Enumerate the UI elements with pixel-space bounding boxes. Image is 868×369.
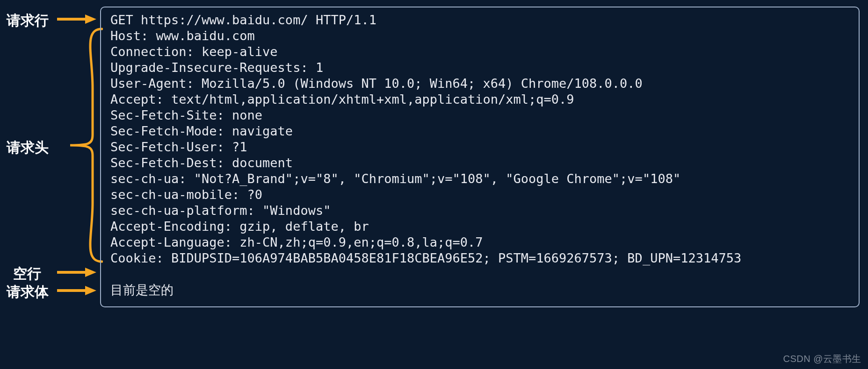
header-line: User-Agent: Mozilla/5.0 (Windows NT 10.0… <box>110 76 849 92</box>
header-line: Cookie: BIDUPSID=106A974BAB5BA0458E81F18… <box>110 250 849 266</box>
arrow-request-body-icon <box>55 284 97 298</box>
label-column: 请求行 请求头 空行 请求体 <box>0 0 100 327</box>
header-line: Sec-Fetch-User: ?1 <box>110 139 849 155</box>
svg-marker-1 <box>85 14 96 24</box>
label-request-body: 请求体 <box>7 283 49 302</box>
http-request-box: GET https://www.baidu.com/ HTTP/1.1 Host… <box>100 7 860 307</box>
label-blank-line: 空行 <box>13 264 41 284</box>
header-line: sec-ch-ua-platform: "Windows" <box>110 203 849 219</box>
request-body: 目前是空的 <box>110 282 849 298</box>
label-request-line: 请求行 <box>7 11 49 30</box>
header-line: Upgrade-Insecure-Requests: 1 <box>110 60 849 76</box>
arrow-request-line-icon <box>55 12 97 26</box>
header-line: Host: www.baidu.com <box>110 28 849 44</box>
svg-marker-5 <box>85 286 96 295</box>
svg-marker-3 <box>85 268 96 277</box>
diagram-root: 请求行 请求头 空行 请求体 GET https://www.baidu.com… <box>0 0 868 369</box>
watermark: CSDN @云墨书生 <box>783 353 861 365</box>
header-line: Connection: keep-alive <box>110 44 849 60</box>
header-line: Accept-Encoding: gzip, deflate, br <box>110 219 849 234</box>
header-line: sec-ch-ua-mobile: ?0 <box>110 187 849 203</box>
request-headers: Host: www.baidu.comConnection: keep-aliv… <box>110 28 849 266</box>
header-line: Accept: text/html,application/xhtml+xml,… <box>110 92 849 107</box>
header-line: Sec-Fetch-Site: none <box>110 107 849 123</box>
header-line: Accept-Language: zh-CN,zh;q=0.9,en;q=0.8… <box>110 234 849 250</box>
label-request-headers: 请求头 <box>7 138 49 157</box>
header-line: Sec-Fetch-Mode: navigate <box>110 123 849 139</box>
header-line: Sec-Fetch-Dest: document <box>110 155 849 171</box>
request-line: GET https://www.baidu.com/ HTTP/1.1 <box>110 12 849 28</box>
blank-line <box>110 266 849 282</box>
header-line: sec-ch-ua: "Not?A_Brand";v="8", "Chromiu… <box>110 171 849 187</box>
brace-request-headers-icon <box>65 27 103 263</box>
arrow-blank-line-icon <box>55 265 97 279</box>
